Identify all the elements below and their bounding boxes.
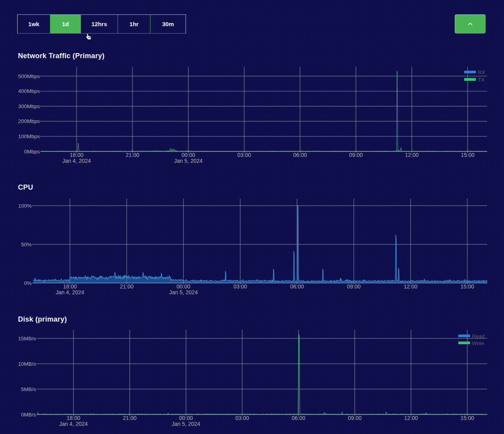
- svg-text:03:00: 03:00: [233, 283, 247, 290]
- svg-text:06:00: 06:00: [291, 415, 305, 421]
- svg-text:00:00: 00:00: [179, 415, 193, 421]
- svg-text:06:00: 06:00: [290, 283, 304, 290]
- svg-text:300Mbps: 300Mbps: [18, 103, 40, 109]
- svg-text:Jan 4, 2024: Jan 4, 2024: [62, 158, 91, 164]
- svg-text:03:00: 03:00: [235, 415, 249, 421]
- svg-text:50%: 50%: [21, 242, 32, 247]
- svg-text:03:00: 03:00: [237, 152, 251, 158]
- svg-text:09:00: 09:00: [347, 283, 361, 290]
- svg-text:Disk (primary): Disk (primary): [18, 315, 67, 323]
- svg-text:Jan 5, 2024: Jan 5, 2024: [174, 158, 202, 164]
- svg-text:15MB/s: 15MB/s: [18, 336, 36, 342]
- svg-text:200Mbps: 200Mbps: [18, 118, 40, 124]
- svg-text:100%: 100%: [18, 203, 32, 209]
- svg-text:0MB/s: 0MB/s: [21, 412, 36, 418]
- svg-text:09:00: 09:00: [349, 152, 363, 158]
- svg-text:400Mbps: 400Mbps: [18, 88, 40, 94]
- svg-text:15:00: 15:00: [461, 152, 474, 158]
- svg-text:Network Traffic (Primary): Network Traffic (Primary): [18, 52, 105, 60]
- svg-text:Jan 5, 2024: Jan 5, 2024: [169, 289, 198, 295]
- svg-text:21:00: 21:00: [120, 283, 134, 290]
- svg-text:00:00: 00:00: [181, 152, 195, 158]
- svg-text:Read: Read: [472, 333, 484, 339]
- svg-text:Jan 4, 2024: Jan 4, 2024: [59, 421, 88, 427]
- svg-text:06:00: 06:00: [293, 152, 307, 158]
- svg-text:CPU: CPU: [18, 183, 33, 191]
- svg-text:18:00: 18:00: [63, 283, 77, 290]
- svg-text:12:00: 12:00: [404, 415, 418, 421]
- svg-text:00:00: 00:00: [177, 283, 190, 290]
- svg-text:500Mbps: 500Mbps: [18, 73, 40, 79]
- svg-text:18:00: 18:00: [66, 415, 80, 421]
- svg-text:15:00: 15:00: [460, 415, 474, 421]
- svg-text:Write: Write: [472, 340, 484, 346]
- svg-text:100Mbps: 100Mbps: [18, 133, 40, 139]
- svg-text:12:00: 12:00: [405, 152, 418, 158]
- svg-text:09:00: 09:00: [348, 415, 361, 421]
- svg-text:12:00: 12:00: [404, 283, 417, 290]
- svg-text:18:00: 18:00: [70, 152, 83, 158]
- svg-text:15:00: 15:00: [461, 283, 474, 290]
- svg-text:TX: TX: [478, 77, 484, 83]
- svg-text:21:00: 21:00: [123, 415, 136, 421]
- svg-text:0%: 0%: [24, 280, 32, 286]
- svg-text:10MB/s: 10MB/s: [18, 361, 36, 367]
- svg-text:Jan 5, 2024: Jan 5, 2024: [172, 421, 200, 427]
- svg-text:0Mbps: 0Mbps: [24, 149, 40, 155]
- svg-text:5MB/s: 5MB/s: [21, 386, 36, 392]
- svg-text:RX: RX: [478, 69, 485, 75]
- svg-text:Jan 4, 2024: Jan 4, 2024: [55, 289, 84, 295]
- svg-text:21:00: 21:00: [125, 152, 139, 158]
